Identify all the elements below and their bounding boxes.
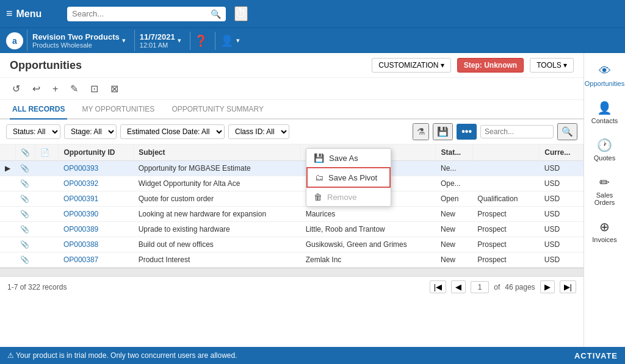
tab-all-records[interactable]: ALL RECORDS xyxy=(10,100,67,120)
row-currency: USD xyxy=(540,222,583,237)
customization-button[interactable]: CUSTOMIZATION ▾ xyxy=(372,58,451,73)
col-stage[interactable] xyxy=(472,145,539,161)
save-as-menu-item[interactable]: 💾 Save As xyxy=(306,149,391,167)
row-currency: USD xyxy=(540,161,583,176)
of-pages-label: of xyxy=(494,283,500,291)
row-expand[interactable] xyxy=(0,207,15,222)
horizontal-scrollbar[interactable] xyxy=(0,268,583,276)
remove-menu-item[interactable]: 🗑 Remove xyxy=(306,188,391,206)
activate-button[interactable]: ACTIVATE xyxy=(574,351,618,360)
user-menu[interactable]: 👤 ▾ xyxy=(215,32,245,50)
sidebar-item-sales-orders[interactable]: ✏ Sales Orders xyxy=(584,170,625,211)
tab-my-opportunities[interactable]: MY OPPORTUNITIES xyxy=(79,100,157,120)
row-status: Open xyxy=(436,191,472,207)
search-records-button[interactable]: 🔍 xyxy=(557,123,577,140)
tools-button[interactable]: TOOLS ▾ xyxy=(530,58,574,73)
hamburger-icon: ≡ xyxy=(6,7,13,20)
record-count: 1-7 of 322 records xyxy=(7,283,67,291)
right-sidebar: 👁 Opportunities 👤 Contacts 🕐 Quotes ✏ Sa… xyxy=(583,53,625,347)
date-selector[interactable]: 11/7/2021 12:01 AM ▾ xyxy=(134,30,186,51)
row-expand[interactable] xyxy=(0,252,15,268)
estimated-close-date-filter[interactable]: Estimated Close Date: All xyxy=(120,124,225,139)
save-as-icon: 💾 xyxy=(314,153,324,163)
row-attach: 📎 xyxy=(15,222,35,237)
row-currency: USD xyxy=(540,207,583,222)
dropdown-menu: 💾 Save As 🗂 Save As Pivot 🗑 Remove xyxy=(306,148,391,207)
save-layout-button[interactable]: 💾 xyxy=(433,123,453,140)
columns-button[interactable]: ⊡ xyxy=(88,82,101,96)
stage-filter[interactable]: Stage: All xyxy=(64,124,117,139)
filter-icon-button[interactable]: ⚗ xyxy=(413,123,429,140)
save-as-pivot-menu-item[interactable]: 🗂 Save As Pivot xyxy=(306,167,391,188)
row-status: New xyxy=(436,222,472,237)
trial-message: ⚠ Your product is in trial mode. Only tw… xyxy=(7,351,237,360)
col-subject[interactable]: Subject xyxy=(134,145,301,161)
table-row: 📎 OP000392 Widget Opportunity for Alta A… xyxy=(0,176,583,191)
user-icon: 👤 xyxy=(220,34,234,48)
prev-page-button[interactable]: ◀ xyxy=(451,280,466,293)
history-button[interactable]: ⏱ xyxy=(234,6,248,21)
row-status: Ope... xyxy=(436,176,472,191)
export-button[interactable]: ⊠ xyxy=(108,82,121,96)
page-title: Opportunities xyxy=(10,59,366,72)
refresh-button[interactable]: ↺ xyxy=(10,82,23,96)
row-expand[interactable] xyxy=(0,222,15,237)
sidebar-item-opportunities[interactable]: 👁 Opportunities xyxy=(584,59,625,92)
step-button[interactable]: Step: Unknown xyxy=(457,58,524,73)
next-page-button[interactable]: ▶ xyxy=(540,280,555,293)
status-filter[interactable]: Status: All xyxy=(6,124,60,139)
row-currency: USD xyxy=(540,237,583,252)
row-id[interactable]: OP000393 xyxy=(59,161,134,176)
invoices-icon: ⊕ xyxy=(599,219,610,234)
col-opportunity-id[interactable]: Opportunity ID xyxy=(59,145,134,161)
row-id[interactable]: OP000388 xyxy=(59,237,134,252)
search-input[interactable] xyxy=(72,9,211,18)
row-expand[interactable] xyxy=(0,176,15,191)
class-id-filter[interactable]: Class ID: All xyxy=(228,124,289,139)
row-id[interactable]: OP000390 xyxy=(59,207,134,222)
row-currency: USD xyxy=(540,191,583,207)
tab-opportunity-summary[interactable]: OPPORTUNITY SUMMARY xyxy=(169,100,266,120)
row-id[interactable]: OP000387 xyxy=(59,252,134,268)
sidebar-item-quotes[interactable]: 🕐 Quotes xyxy=(584,133,625,166)
company-selector[interactable]: Revision Two Products Products Wholesale… xyxy=(27,30,131,51)
sidebar-item-invoices[interactable]: ⊕ Invoices xyxy=(584,215,625,248)
row-expand[interactable] xyxy=(0,237,15,252)
quotes-icon: 🕐 xyxy=(597,138,612,152)
first-page-button[interactable]: |◀ xyxy=(430,280,446,293)
col-attachment-icon: 📎 xyxy=(15,145,35,161)
row-attach: 📎 xyxy=(15,207,35,222)
col-status[interactable]: Stat... xyxy=(436,145,472,161)
table-container: 📎 📄 Opportunity ID Subject Account Name … xyxy=(0,145,583,268)
more-options-button[interactable]: ••• xyxy=(457,124,477,140)
undo-button[interactable]: ↩ xyxy=(30,82,43,96)
add-button[interactable]: + xyxy=(50,82,60,96)
search-records-input[interactable] xyxy=(480,125,554,138)
row-account: Zemlak Inc xyxy=(301,252,436,268)
row-id[interactable]: OP000392 xyxy=(59,176,134,191)
sidebar-label-opportunities: Opportunities xyxy=(585,80,624,87)
row-account: Little, Roob and Trantow xyxy=(301,222,436,237)
sales-orders-icon: ✏ xyxy=(599,175,610,190)
row-doc xyxy=(35,237,59,252)
sidebar-item-contacts[interactable]: 👤 Contacts xyxy=(584,96,625,129)
menu-button[interactable]: ≡ Menu xyxy=(6,7,61,20)
edit-button[interactable]: ✎ xyxy=(68,82,81,96)
contacts-icon: 👤 xyxy=(597,101,612,115)
last-page-button[interactable]: ▶| xyxy=(560,280,576,293)
table-row: ▶ 📎 OP000393 Opportunity for MGBASE Esti… xyxy=(0,161,583,176)
row-stage xyxy=(472,161,539,176)
acumatica-logo[interactable]: a xyxy=(6,32,23,49)
row-expand[interactable] xyxy=(0,191,15,207)
row-attach: 📎 xyxy=(15,191,35,207)
row-doc xyxy=(35,176,59,191)
help-button[interactable]: ❓ xyxy=(190,32,211,50)
user-chevron-icon: ▾ xyxy=(236,37,240,45)
content-area: Opportunities CUSTOMIZATION ▾ Step: Unkn… xyxy=(0,53,583,347)
col-currency[interactable]: Curre... xyxy=(540,145,583,161)
search-icon[interactable]: 🔍 xyxy=(211,9,221,19)
row-expand[interactable]: ▶ xyxy=(0,161,15,176)
row-id[interactable]: OP000391 xyxy=(59,191,134,207)
row-id[interactable]: OP000389 xyxy=(59,222,134,237)
current-page: 1 xyxy=(471,281,489,293)
